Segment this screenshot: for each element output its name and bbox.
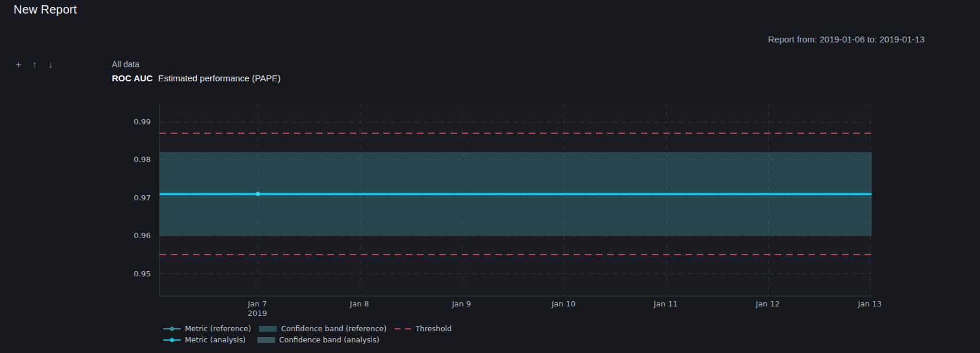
page-title: New Report [14, 3, 77, 17]
x-tick-label: Jan 13 [858, 299, 882, 308]
legend-band-swatch [259, 326, 277, 332]
chart-title-suffix: Estimated performance (PAPE) [158, 73, 280, 83]
y-gridline [160, 197, 872, 198]
threshold-line-lower [160, 254, 872, 255]
x-tick-label: Jan 7 [248, 299, 267, 308]
chart-header: All data ROC AUCEstimated performance (P… [112, 60, 281, 83]
legend-label: Confidence band (analysis) [279, 335, 379, 344]
x-tick-label: Jan 10 [552, 299, 576, 308]
legend-item[interactable]: Threshold [395, 324, 452, 333]
legend-label: Metric (reference) [185, 324, 251, 333]
legend-line-swatch [163, 339, 181, 341]
legend-item[interactable]: Metric (analysis) [163, 335, 249, 344]
plot-area[interactable] [159, 104, 872, 296]
y-gridline [160, 160, 872, 160]
y-gridline [160, 236, 872, 236]
y-axis-labels: 0.990.980.970.960.95 [118, 104, 154, 296]
legend-item[interactable]: Confidence band (analysis) [257, 335, 379, 344]
report-page: New Report Report from: 2019-01-06 to: 2… [0, 0, 980, 353]
legend-row: Metric (analysis)Confidence band (analys… [163, 334, 452, 345]
y-gridline [160, 122, 872, 123]
y-tick-label: 0.98 [118, 155, 151, 164]
y-tick-label: 0.97 [118, 193, 151, 202]
y-tick-label: 0.95 [118, 269, 151, 278]
legend-item[interactable]: Metric (reference) [163, 324, 251, 333]
y-tick-label: 0.96 [118, 231, 151, 240]
metric-marker-dot [256, 192, 260, 196]
legend-row: Metric (reference)Confidence band (refer… [163, 323, 452, 334]
x-tick-label: Jan 8 [350, 299, 369, 308]
legend-item[interactable]: Confidence band (reference) [259, 324, 386, 333]
y-gridline [160, 273, 872, 274]
legend-dot [170, 338, 174, 342]
threshold-line-upper [160, 133, 872, 134]
chart-metric-name: ROC AUC [112, 73, 153, 83]
legend-dot [170, 326, 174, 331]
x-tick-sublabel: 2019 [247, 309, 267, 318]
x-tick-label: Jan 9 [452, 299, 471, 308]
metric-line [160, 193, 872, 195]
x-axis-labels: Jan 72019Jan 8Jan 9Jan 10Jan 11Jan 12Jan… [159, 296, 872, 326]
chart-title: ROC AUCEstimated performance (PAPE) [112, 73, 281, 83]
move-up-icon[interactable]: ↑ [30, 60, 39, 70]
legend-band-swatch [257, 337, 275, 343]
legend-label: Threshold [415, 324, 452, 333]
x-tick-label: Jan 11 [654, 299, 678, 308]
legend-label: Confidence band (reference) [281, 324, 386, 333]
legend-label: Metric (analysis) [185, 335, 246, 344]
report-date-range: Report from: 2019-01-06 to: 2019-01-13 [768, 34, 925, 44]
chart-group-label: All data [112, 60, 281, 69]
legend-line-swatch [163, 328, 181, 329]
legend-threshold-swatch [395, 328, 411, 329]
chart-legend: Metric (reference)Confidence band (refer… [163, 323, 452, 345]
add-icon[interactable]: + [14, 60, 23, 70]
y-tick-label: 0.99 [118, 117, 151, 126]
chart-toolbar: +↑↓ [14, 60, 55, 70]
x-tick-label: Jan 12 [756, 299, 780, 308]
move-down-icon[interactable]: ↓ [46, 60, 55, 70]
